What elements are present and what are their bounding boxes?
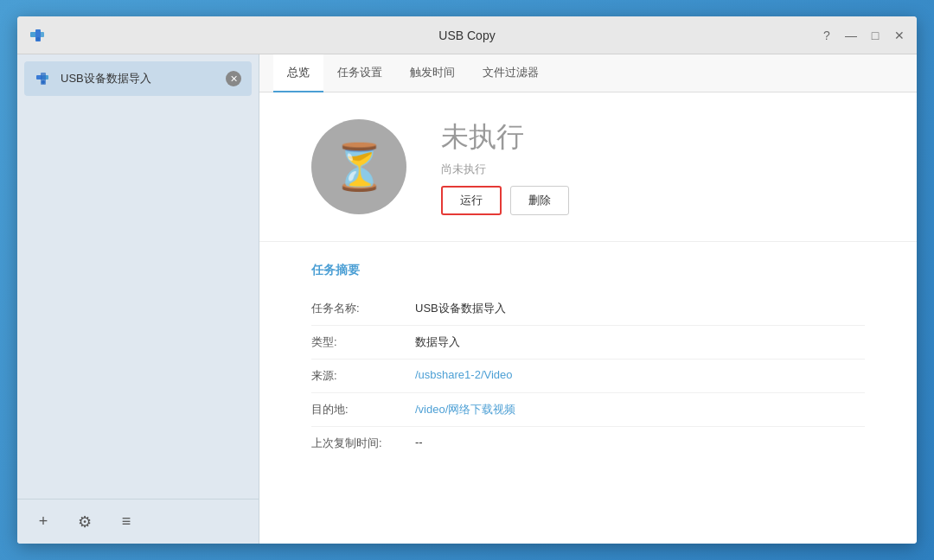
- delete-button[interactable]: 删除: [510, 186, 569, 215]
- add-task-button[interactable]: +: [31, 510, 55, 534]
- minimize-button[interactable]: —: [844, 29, 858, 42]
- summary-label-last-copy: 上次复制时间:: [311, 427, 415, 461]
- status-section: ⏳ 未执行 尚未执行 运行 删除: [259, 92, 917, 242]
- titlebar-controls: ? — □ ✕: [820, 29, 906, 42]
- tab-bar: 总览 任务设置 触发时间 文件过滤器: [259, 54, 917, 92]
- sidebar-item-label: USB设备数据导入: [61, 71, 226, 86]
- sidebar-item-badge[interactable]: ✕: [226, 71, 241, 86]
- tab-file-filter[interactable]: 文件过滤器: [469, 54, 553, 92]
- main-layout: USB设备数据导入 ✕ + ⚙ ≡ 总览 任务设置 触发时间 文件过滤器: [17, 54, 917, 544]
- window-title: USB Copy: [438, 29, 495, 42]
- summary-value-last-copy: --: [415, 427, 865, 461]
- run-button[interactable]: 运行: [441, 186, 502, 215]
- summary-label-source: 来源:: [311, 360, 415, 393]
- sidebar-item-usb-import[interactable]: USB设备数据导入 ✕: [24, 61, 252, 96]
- titlebar-left: [28, 25, 48, 46]
- summary-value-task-name: USB设备数据导入: [415, 292, 865, 326]
- summary-value-destination[interactable]: /video/网络下载视频: [415, 393, 865, 427]
- maximize-button[interactable]: □: [868, 29, 882, 42]
- summary-value-type: 数据导入: [415, 326, 865, 360]
- log-button[interactable]: ≡: [114, 510, 138, 534]
- status-subtitle: 尚未执行: [441, 162, 569, 177]
- table-row: 来源: /usbshare1-2/Video: [311, 360, 865, 393]
- hourglass-icon: ⏳: [331, 141, 387, 194]
- settings-button[interactable]: ⚙: [73, 510, 97, 534]
- table-row: 上次复制时间: --: [311, 427, 865, 461]
- content-area: 总览 任务设置 触发时间 文件过滤器 ⏳ 未执行 尚未执行 运行: [259, 54, 917, 544]
- sidebar-list: USB设备数据导入 ✕: [17, 54, 259, 499]
- table-row: 目的地: /video/网络下载视频: [311, 393, 865, 427]
- status-title: 未执行: [441, 118, 569, 156]
- sidebar-footer: + ⚙ ≡: [17, 499, 259, 544]
- summary-label-type: 类型:: [311, 326, 415, 360]
- destination-link[interactable]: /video/网络下载视频: [415, 403, 515, 416]
- table-row: 任务名称: USB设备数据导入: [311, 292, 865, 326]
- summary-value-source[interactable]: /usbshare1-2/Video: [415, 360, 865, 393]
- summary-title: 任务摘要: [311, 263, 865, 278]
- sidebar: USB设备数据导入 ✕ + ⚙ ≡: [17, 54, 259, 544]
- status-icon-container: ⏳: [311, 119, 406, 214]
- svg-point-3: [36, 37, 40, 41]
- watermark-icon: 🏷: [836, 528, 847, 540]
- watermark: 🏷 值 什么值得买: [836, 526, 915, 541]
- summary-label-destination: 目的地:: [311, 393, 415, 427]
- help-button[interactable]: ?: [820, 29, 834, 42]
- status-buttons: 运行 删除: [441, 186, 569, 215]
- summary-section: 任务摘要 任务名称: USB设备数据导入 类型: 数据导入: [259, 242, 917, 480]
- table-row: 类型: 数据导入: [311, 326, 865, 360]
- source-link[interactable]: /usbshare1-2/Video: [415, 368, 513, 381]
- close-button[interactable]: ✕: [892, 29, 906, 42]
- tab-task-settings[interactable]: 任务设置: [323, 54, 396, 92]
- svg-point-7: [42, 80, 45, 84]
- tab-overview[interactable]: 总览: [273, 54, 323, 92]
- tab-trigger-time[interactable]: 触发时间: [396, 54, 469, 92]
- summary-table: 任务名称: USB设备数据导入 类型: 数据导入 来源: /usbshare1-…: [311, 292, 865, 460]
- watermark-text: 值 什么值得买: [850, 526, 915, 541]
- status-info: 未执行 尚未执行 运行 删除: [441, 118, 569, 215]
- usb-import-icon: [35, 70, 52, 87]
- app-icon: [28, 25, 48, 46]
- content-body: ⏳ 未执行 尚未执行 运行 删除 任务摘要: [259, 92, 917, 544]
- summary-label-task-name: 任务名称:: [311, 292, 415, 326]
- titlebar: USB Copy ? — □ ✕: [17, 16, 917, 54]
- main-window: USB Copy ? — □ ✕: [17, 16, 917, 544]
